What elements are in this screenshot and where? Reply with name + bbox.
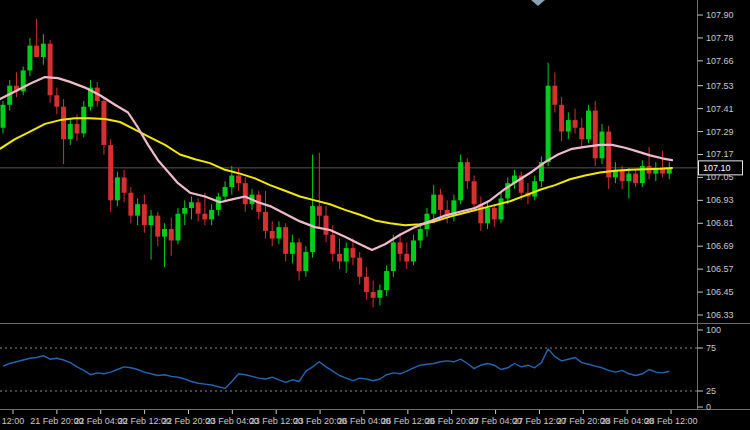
price-axis-label: 107.53 (706, 81, 734, 91)
candle-body (317, 206, 322, 216)
chart-canvas: 107.90107.78107.66107.53107.41107.29107.… (0, 0, 750, 430)
candle-body (243, 183, 248, 204)
current-price-badge-label: 107.10 (703, 163, 731, 173)
candle-body (202, 214, 207, 220)
candle-body (620, 170, 625, 181)
candle-body (48, 44, 53, 96)
candle-body (593, 111, 598, 159)
price-axis-label: 106.57 (706, 264, 734, 274)
price-axis-label: 107.90 (706, 10, 734, 20)
candle-body (68, 124, 73, 139)
indicator-axis-label: 100 (706, 325, 721, 335)
candle-body (357, 258, 362, 277)
indicator-axis-label: 25 (706, 386, 716, 396)
candle-body (391, 242, 396, 271)
candle-body (142, 204, 147, 225)
candle-body (276, 227, 281, 238)
candle-body (135, 204, 140, 215)
candle-body (458, 162, 463, 200)
candle-body (283, 227, 288, 254)
candle-body (229, 176, 234, 187)
candle-body (303, 252, 308, 271)
candle-body (465, 162, 470, 181)
candle-body (559, 105, 564, 132)
candle-body (566, 120, 571, 131)
candle-body (263, 212, 268, 231)
candle-body (128, 193, 133, 216)
price-axis-label: 107.17 (706, 149, 734, 159)
candle-body (371, 292, 376, 298)
candle-body (532, 181, 537, 196)
price-axis-label: 107.41 (706, 104, 734, 114)
candle-body (162, 229, 167, 237)
candle-body (27, 46, 32, 71)
candle-body (115, 177, 120, 200)
candle-body (236, 176, 241, 184)
candle-body (404, 254, 409, 262)
candle-body (175, 214, 180, 241)
candle-body (182, 208, 187, 214)
candle-body (438, 195, 443, 210)
candle-body (418, 229, 423, 240)
candle-body (337, 254, 342, 262)
candle-body (41, 44, 46, 57)
candle-body (101, 101, 106, 145)
chart-background (0, 0, 750, 430)
candle-body (431, 195, 436, 214)
candle-body (122, 177, 127, 192)
candle-body (492, 208, 497, 219)
price-axis-label: 106.93 (706, 195, 734, 205)
candle-body (297, 242, 302, 271)
candle-body (546, 86, 551, 162)
candle (21, 67, 26, 96)
candle-body (270, 231, 275, 239)
candle-body (350, 248, 355, 258)
candle-body (149, 216, 154, 226)
indicator-axis-label: 0 (706, 402, 711, 412)
candle-body (579, 128, 584, 139)
current-price-badge: 107.10 (699, 161, 743, 175)
candle-body (189, 202, 194, 208)
price-axis-label: 106.33 (706, 310, 734, 320)
candle-body (499, 198, 504, 219)
candle-body (155, 216, 160, 237)
candle-body (472, 181, 477, 204)
candle-body (626, 174, 631, 182)
candle-body (310, 206, 315, 252)
price-axis-label: 107.78 (706, 33, 734, 43)
price-axis-label: 107.66 (706, 56, 734, 66)
candle (593, 101, 598, 166)
price-axis-label: 106.45 (706, 287, 734, 297)
candle-body (573, 120, 578, 128)
candle-body (324, 216, 329, 235)
time-axis-label: 28 Feb 12:00 (645, 416, 698, 426)
candle-body (398, 242, 403, 253)
price-axis-label: 107.29 (706, 127, 734, 137)
candle-body (196, 202, 201, 213)
candle-body (108, 145, 113, 200)
candle-body (344, 248, 349, 261)
candle-body (364, 277, 369, 292)
candle-body (411, 240, 416, 261)
candle-body (75, 124, 80, 134)
candle (48, 40, 53, 103)
candle-body (330, 235, 335, 254)
candle-body (54, 95, 59, 106)
price-axis-label: 106.69 (706, 241, 734, 251)
trading-chart-window: 107.90107.78107.66107.53107.41107.29107.… (0, 0, 750, 430)
candle-body (552, 86, 557, 105)
candle-body (485, 208, 490, 223)
candle-body (290, 242, 295, 253)
candle-body (384, 271, 389, 290)
time-axis-label: 12:00 (2, 416, 25, 426)
candle-body (61, 107, 66, 139)
candle-body (1, 105, 6, 128)
candle-body (586, 111, 591, 140)
candle-body (169, 229, 174, 240)
candle-body (34, 46, 39, 57)
candle-body (209, 210, 214, 220)
indicator-axis-label: 75 (706, 343, 716, 353)
candle-body (223, 187, 228, 197)
candle-body (377, 290, 382, 298)
candle-body (81, 107, 86, 134)
